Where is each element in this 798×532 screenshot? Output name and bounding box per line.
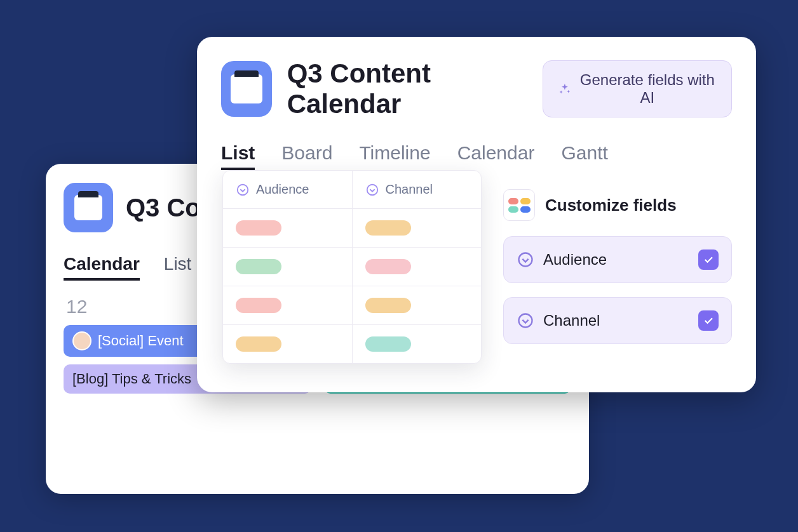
tag-pill: [365, 298, 411, 313]
dropdown-icon: [365, 183, 379, 197]
svg-point-0: [238, 184, 248, 195]
tag-pill: [365, 220, 411, 236]
cell-audience[interactable]: [223, 325, 353, 363]
customize-fields-title: Customize fields: [545, 196, 677, 215]
dropdown-icon: [517, 312, 534, 329]
list-table-preview: Audience Channel: [222, 170, 482, 364]
tab-timeline[interactable]: Timeline: [359, 142, 430, 170]
svg-point-2: [519, 253, 532, 267]
ai-button-label: Generate fields with AI: [579, 71, 716, 107]
table-row: [223, 325, 481, 363]
tag-pill: [236, 336, 281, 352]
cell-channel[interactable]: [353, 325, 482, 363]
avatar: [72, 331, 91, 350]
checkbox-checked[interactable]: [698, 249, 719, 270]
cell-channel[interactable]: [353, 286, 482, 324]
list-table-header: Audience Channel: [223, 171, 481, 209]
calendar-icon: [231, 74, 262, 103]
cell-audience[interactable]: [223, 209, 353, 247]
field-label: Audience: [543, 251, 607, 269]
sparkle-icon: [558, 82, 571, 96]
cell-channel[interactable]: [353, 209, 482, 247]
tab-board[interactable]: Board: [281, 142, 332, 170]
calendar-icon: [74, 195, 102, 220]
field-toggle-audience[interactable]: Audience: [503, 236, 732, 283]
generate-fields-ai-button[interactable]: Generate fields with AI: [543, 60, 732, 117]
column-header-channel[interactable]: Channel: [353, 171, 482, 208]
tab-list[interactable]: List: [221, 142, 255, 170]
customize-fields-panel: Customize fields Audience Channel: [503, 189, 732, 358]
tag-pill: [236, 259, 281, 274]
list-view-card: Q3 Content Calendar Generate fields with…: [197, 37, 756, 392]
tag-pill: [365, 259, 411, 274]
cell-audience[interactable]: [223, 248, 353, 286]
table-row: [223, 286, 481, 325]
customize-fields-header: Customize fields: [503, 189, 732, 221]
checkbox-checked[interactable]: [698, 310, 719, 331]
dropdown-icon: [517, 251, 534, 269]
event-label: [Social] Event: [98, 333, 184, 349]
tab-gantt[interactable]: Gantt: [561, 142, 607, 170]
tab-list[interactable]: List: [164, 254, 192, 281]
checkmark-icon: [703, 254, 714, 265]
table-row: [223, 248, 481, 286]
column-header-audience[interactable]: Audience: [223, 171, 353, 208]
cell-audience[interactable]: [223, 286, 353, 324]
svg-point-1: [367, 184, 377, 195]
fields-icon: [503, 189, 535, 221]
card-front-header: Q3 Content Calendar Generate fields with…: [221, 58, 732, 119]
event-label: [Blog] Tips & Tricks: [72, 371, 191, 387]
checkmark-icon: [703, 315, 714, 326]
tag-pill: [236, 298, 281, 313]
tab-calendar[interactable]: Calendar: [457, 142, 535, 170]
svg-point-3: [519, 314, 532, 328]
view-tabs-front: List Board Timeline Calendar Gantt: [221, 142, 732, 170]
calendar-app-icon: [221, 61, 272, 117]
tab-calendar[interactable]: Calendar: [64, 254, 140, 281]
cell-channel[interactable]: [353, 248, 482, 286]
dropdown-icon: [236, 183, 250, 197]
project-title: Q3 Content Calendar: [287, 58, 527, 119]
field-toggle-channel[interactable]: Channel: [503, 297, 732, 344]
tag-pill: [236, 220, 281, 236]
calendar-app-icon: [64, 183, 113, 232]
field-label: Channel: [543, 312, 600, 329]
table-row: [223, 209, 481, 248]
tag-pill: [365, 336, 411, 352]
